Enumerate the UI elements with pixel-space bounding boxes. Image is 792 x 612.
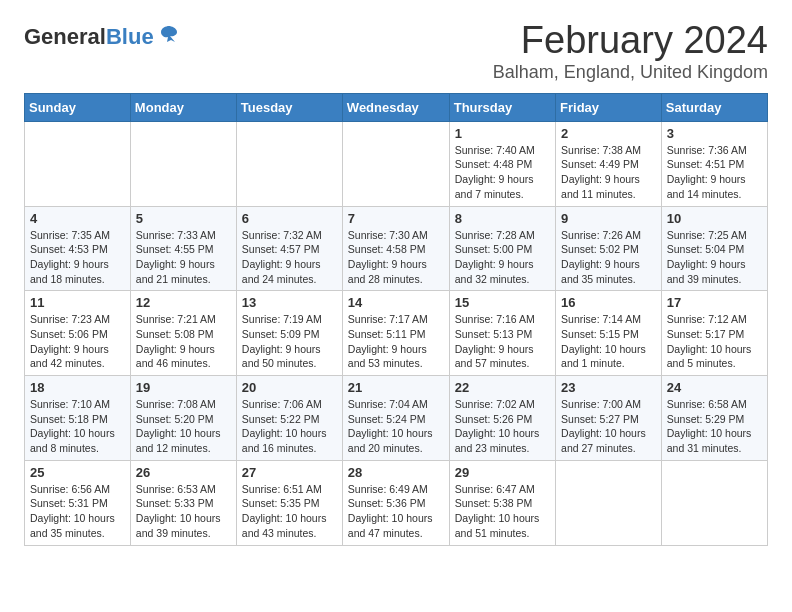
day-info: Sunrise: 6:51 AM Sunset: 5:35 PM Dayligh… [242, 482, 337, 541]
table-cell: 18Sunrise: 7:10 AM Sunset: 5:18 PM Dayli… [25, 376, 131, 461]
day-info: Sunrise: 6:58 AM Sunset: 5:29 PM Dayligh… [667, 397, 762, 456]
table-cell: 20Sunrise: 7:06 AM Sunset: 5:22 PM Dayli… [236, 376, 342, 461]
week-row-4: 18Sunrise: 7:10 AM Sunset: 5:18 PM Dayli… [25, 376, 768, 461]
logo: GeneralBlue [24, 26, 179, 48]
table-cell [236, 121, 342, 206]
day-info: Sunrise: 7:23 AM Sunset: 5:06 PM Dayligh… [30, 312, 125, 371]
week-row-5: 25Sunrise: 6:56 AM Sunset: 5:31 PM Dayli… [25, 460, 768, 545]
day-number: 7 [348, 211, 444, 226]
day-number: 21 [348, 380, 444, 395]
table-cell [556, 460, 662, 545]
table-cell: 3Sunrise: 7:36 AM Sunset: 4:51 PM Daylig… [661, 121, 767, 206]
table-cell: 10Sunrise: 7:25 AM Sunset: 5:04 PM Dayli… [661, 206, 767, 291]
day-info: Sunrise: 7:40 AM Sunset: 4:48 PM Dayligh… [455, 143, 550, 202]
table-cell: 24Sunrise: 6:58 AM Sunset: 5:29 PM Dayli… [661, 376, 767, 461]
day-info: Sunrise: 7:02 AM Sunset: 5:26 PM Dayligh… [455, 397, 550, 456]
day-number: 11 [30, 295, 125, 310]
day-info: Sunrise: 7:10 AM Sunset: 5:18 PM Dayligh… [30, 397, 125, 456]
col-wednesday: Wednesday [342, 93, 449, 121]
day-info: Sunrise: 7:33 AM Sunset: 4:55 PM Dayligh… [136, 228, 231, 287]
day-info: Sunrise: 6:56 AM Sunset: 5:31 PM Dayligh… [30, 482, 125, 541]
table-cell: 19Sunrise: 7:08 AM Sunset: 5:20 PM Dayli… [130, 376, 236, 461]
table-cell: 12Sunrise: 7:21 AM Sunset: 5:08 PM Dayli… [130, 291, 236, 376]
calendar-title: February 2024 [493, 20, 768, 62]
day-info: Sunrise: 7:30 AM Sunset: 4:58 PM Dayligh… [348, 228, 444, 287]
day-info: Sunrise: 7:00 AM Sunset: 5:27 PM Dayligh… [561, 397, 656, 456]
table-cell: 29Sunrise: 6:47 AM Sunset: 5:38 PM Dayli… [449, 460, 555, 545]
week-row-2: 4Sunrise: 7:35 AM Sunset: 4:53 PM Daylig… [25, 206, 768, 291]
day-number: 28 [348, 465, 444, 480]
title-section: February 2024 Balham, England, United Ki… [493, 20, 768, 83]
day-number: 8 [455, 211, 550, 226]
day-info: Sunrise: 7:26 AM Sunset: 5:02 PM Dayligh… [561, 228, 656, 287]
day-number: 2 [561, 126, 656, 141]
table-cell [661, 460, 767, 545]
day-number: 6 [242, 211, 337, 226]
day-number: 12 [136, 295, 231, 310]
table-cell: 5Sunrise: 7:33 AM Sunset: 4:55 PM Daylig… [130, 206, 236, 291]
table-cell: 4Sunrise: 7:35 AM Sunset: 4:53 PM Daylig… [25, 206, 131, 291]
table-cell [25, 121, 131, 206]
day-number: 15 [455, 295, 550, 310]
day-number: 29 [455, 465, 550, 480]
day-info: Sunrise: 7:19 AM Sunset: 5:09 PM Dayligh… [242, 312, 337, 371]
day-info: Sunrise: 7:04 AM Sunset: 5:24 PM Dayligh… [348, 397, 444, 456]
table-cell: 7Sunrise: 7:30 AM Sunset: 4:58 PM Daylig… [342, 206, 449, 291]
day-info: Sunrise: 7:16 AM Sunset: 5:13 PM Dayligh… [455, 312, 550, 371]
day-number: 26 [136, 465, 231, 480]
table-cell: 13Sunrise: 7:19 AM Sunset: 5:09 PM Dayli… [236, 291, 342, 376]
day-info: Sunrise: 7:35 AM Sunset: 4:53 PM Dayligh… [30, 228, 125, 287]
col-tuesday: Tuesday [236, 93, 342, 121]
col-sunday: Sunday [25, 93, 131, 121]
col-thursday: Thursday [449, 93, 555, 121]
day-info: Sunrise: 6:49 AM Sunset: 5:36 PM Dayligh… [348, 482, 444, 541]
table-cell: 17Sunrise: 7:12 AM Sunset: 5:17 PM Dayli… [661, 291, 767, 376]
day-info: Sunrise: 7:06 AM Sunset: 5:22 PM Dayligh… [242, 397, 337, 456]
day-number: 4 [30, 211, 125, 226]
logo-text: GeneralBlue [24, 26, 154, 48]
table-cell: 9Sunrise: 7:26 AM Sunset: 5:02 PM Daylig… [556, 206, 662, 291]
day-number: 13 [242, 295, 337, 310]
table-cell: 22Sunrise: 7:02 AM Sunset: 5:26 PM Dayli… [449, 376, 555, 461]
day-number: 19 [136, 380, 231, 395]
table-cell: 11Sunrise: 7:23 AM Sunset: 5:06 PM Dayli… [25, 291, 131, 376]
week-row-1: 1Sunrise: 7:40 AM Sunset: 4:48 PM Daylig… [25, 121, 768, 206]
day-number: 22 [455, 380, 550, 395]
table-cell: 8Sunrise: 7:28 AM Sunset: 5:00 PM Daylig… [449, 206, 555, 291]
day-number: 24 [667, 380, 762, 395]
day-number: 25 [30, 465, 125, 480]
calendar-subtitle: Balham, England, United Kingdom [493, 62, 768, 83]
calendar-header-row: Sunday Monday Tuesday Wednesday Thursday… [25, 93, 768, 121]
day-info: Sunrise: 7:32 AM Sunset: 4:57 PM Dayligh… [242, 228, 337, 287]
day-info: Sunrise: 7:25 AM Sunset: 5:04 PM Dayligh… [667, 228, 762, 287]
calendar-table: Sunday Monday Tuesday Wednesday Thursday… [24, 93, 768, 546]
day-number: 23 [561, 380, 656, 395]
day-number: 9 [561, 211, 656, 226]
day-info: Sunrise: 7:36 AM Sunset: 4:51 PM Dayligh… [667, 143, 762, 202]
day-number: 20 [242, 380, 337, 395]
table-cell: 6Sunrise: 7:32 AM Sunset: 4:57 PM Daylig… [236, 206, 342, 291]
table-cell: 1Sunrise: 7:40 AM Sunset: 4:48 PM Daylig… [449, 121, 555, 206]
table-cell: 28Sunrise: 6:49 AM Sunset: 5:36 PM Dayli… [342, 460, 449, 545]
page-header: GeneralBlue February 2024 Balham, Englan… [24, 20, 768, 83]
logo-bird-icon [157, 24, 179, 46]
day-number: 18 [30, 380, 125, 395]
day-info: Sunrise: 7:28 AM Sunset: 5:00 PM Dayligh… [455, 228, 550, 287]
table-cell: 14Sunrise: 7:17 AM Sunset: 5:11 PM Dayli… [342, 291, 449, 376]
day-info: Sunrise: 7:21 AM Sunset: 5:08 PM Dayligh… [136, 312, 231, 371]
table-cell: 2Sunrise: 7:38 AM Sunset: 4:49 PM Daylig… [556, 121, 662, 206]
col-saturday: Saturday [661, 93, 767, 121]
day-number: 27 [242, 465, 337, 480]
table-cell: 26Sunrise: 6:53 AM Sunset: 5:33 PM Dayli… [130, 460, 236, 545]
day-info: Sunrise: 7:08 AM Sunset: 5:20 PM Dayligh… [136, 397, 231, 456]
day-number: 5 [136, 211, 231, 226]
week-row-3: 11Sunrise: 7:23 AM Sunset: 5:06 PM Dayli… [25, 291, 768, 376]
table-cell: 15Sunrise: 7:16 AM Sunset: 5:13 PM Dayli… [449, 291, 555, 376]
day-number: 3 [667, 126, 762, 141]
table-cell: 25Sunrise: 6:56 AM Sunset: 5:31 PM Dayli… [25, 460, 131, 545]
col-friday: Friday [556, 93, 662, 121]
day-info: Sunrise: 7:12 AM Sunset: 5:17 PM Dayligh… [667, 312, 762, 371]
col-monday: Monday [130, 93, 236, 121]
table-cell [342, 121, 449, 206]
day-number: 17 [667, 295, 762, 310]
